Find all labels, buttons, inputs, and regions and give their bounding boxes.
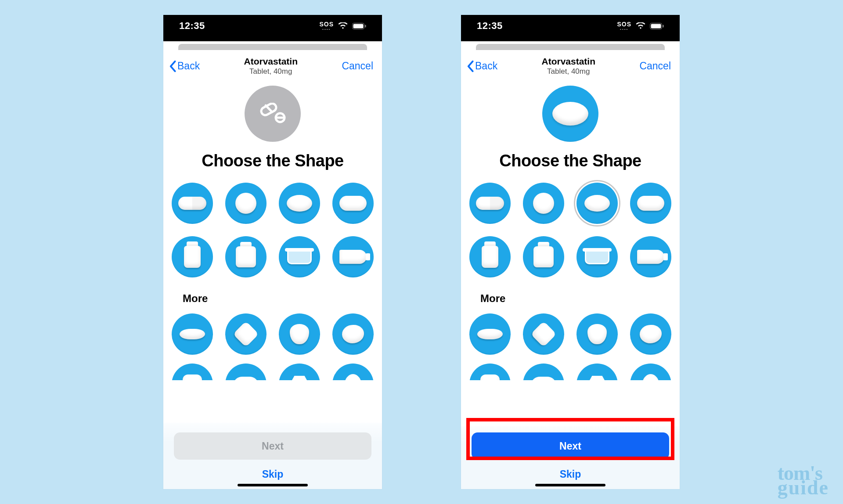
skip-button[interactable]: Skip	[472, 468, 669, 480]
shape-shield[interactable]	[279, 313, 320, 355]
shape-grid-more	[461, 305, 680, 355]
medication-name: Atorvastatin	[542, 56, 596, 67]
phone-right: 12:35 SOS•••• Back Atorvastatin	[461, 15, 680, 489]
sheet-grabber	[461, 41, 680, 54]
shape-grid-more	[163, 305, 382, 355]
medication-subtitle: Tablet, 40mg	[244, 67, 298, 76]
nav-title: Atorvastatin Tablet, 40mg	[542, 56, 596, 76]
shape-lozenge[interactable]	[523, 364, 564, 380]
watermark: tom's guide	[778, 465, 829, 496]
sos-indicator: SOS••••	[319, 21, 334, 31]
oval-pill-icon	[552, 102, 588, 126]
skip-button[interactable]: Skip	[174, 468, 371, 480]
cancel-button[interactable]: Cancel	[342, 60, 373, 72]
more-label: More	[461, 282, 680, 305]
svg-rect-9	[663, 25, 664, 27]
comparison-stage: 12:35 SOS•••• Back Atorvastatin	[163, 15, 680, 489]
hero-placeholder-icon	[245, 86, 301, 142]
shape-bottle-wide[interactable]	[225, 236, 267, 277]
shape-capsule[interactable]	[172, 183, 213, 224]
shape-bottle-wide[interactable]	[523, 236, 564, 277]
sheet-grabber	[163, 41, 382, 54]
home-indicator	[238, 484, 308, 486]
back-label: Back	[177, 60, 200, 72]
shape-pebble[interactable]	[630, 313, 671, 355]
shape-tube[interactable]	[332, 236, 374, 277]
shape-pebble[interactable]	[332, 313, 374, 355]
next-button: Next	[174, 432, 371, 460]
shape-capsule[interactable]	[469, 183, 511, 224]
svg-rect-2	[365, 25, 366, 27]
back-button[interactable]: Back	[169, 60, 200, 72]
status-time: 12:35	[179, 20, 205, 32]
svg-rect-1	[353, 24, 364, 28]
shape-rounded-square[interactable]	[469, 364, 511, 380]
medication-subtitle: Tablet, 40mg	[542, 67, 596, 76]
shape-grid-primary	[163, 170, 382, 282]
shape-oblong[interactable]	[630, 183, 671, 224]
footer: Next Skip	[163, 423, 382, 489]
shape-tube[interactable]	[630, 236, 671, 277]
shape-oblong[interactable]	[332, 183, 374, 224]
home-indicator	[535, 484, 605, 486]
status-right: SOS••••	[617, 21, 664, 31]
cancel-button[interactable]: Cancel	[639, 60, 671, 72]
status-bar: 12:35 SOS••••	[461, 15, 680, 41]
hero-selected-shape	[542, 86, 598, 142]
chevron-left-icon	[466, 60, 474, 72]
shape-diamond[interactable]	[225, 313, 267, 355]
medication-name: Atorvastatin	[244, 56, 298, 67]
battery-icon	[352, 23, 366, 29]
watermark-line2: guide	[778, 479, 829, 496]
back-button[interactable]: Back	[466, 60, 497, 72]
hero	[163, 79, 382, 142]
status-time: 12:35	[477, 20, 503, 32]
page-heading: Choose the Shape	[163, 151, 382, 170]
status-bar: 12:35 SOS••••	[163, 15, 382, 41]
shape-round[interactable]	[225, 183, 267, 224]
phone-left: 12:35 SOS•••• Back Atorvastatin	[163, 15, 382, 489]
shape-cup[interactable]	[576, 236, 618, 277]
shape-oval[interactable]	[576, 183, 618, 224]
shape-grid-more-overflow	[461, 355, 680, 380]
footer: Next Skip	[461, 426, 680, 489]
shape-diamond-flat[interactable]	[172, 313, 213, 355]
hero	[461, 79, 680, 142]
svg-rect-8	[651, 24, 661, 28]
shape-cup[interactable]	[279, 236, 320, 277]
page-heading: Choose the Shape	[461, 151, 680, 170]
shape-shield[interactable]	[576, 313, 618, 355]
shape-oval[interactable]	[279, 183, 320, 224]
shape-grid-more-overflow	[163, 355, 382, 380]
nav-bar: Back Atorvastatin Tablet, 40mg Cancel	[163, 54, 382, 79]
shape-lozenge[interactable]	[225, 364, 267, 380]
nav-bar: Back Atorvastatin Tablet, 40mg Cancel	[461, 54, 680, 79]
shape-bottle-narrow[interactable]	[172, 236, 213, 277]
nav-title: Atorvastatin Tablet, 40mg	[244, 56, 298, 76]
shape-diamond[interactable]	[523, 313, 564, 355]
next-button[interactable]: Next	[472, 432, 669, 460]
wifi-icon	[338, 22, 348, 29]
shape-diamond-flat[interactable]	[469, 313, 511, 355]
shape-grid-primary	[461, 170, 680, 282]
battery-icon	[650, 23, 664, 29]
shape-hexagon[interactable]	[279, 364, 320, 380]
shape-round[interactable]	[523, 183, 564, 224]
shape-bottle-narrow[interactable]	[469, 236, 511, 277]
more-label: More	[163, 282, 382, 305]
shape-rounded-square[interactable]	[172, 364, 213, 380]
shape-hexagon[interactable]	[576, 364, 618, 380]
status-right: SOS••••	[319, 21, 366, 31]
sos-indicator: SOS••••	[617, 21, 631, 31]
shape-drop[interactable]	[630, 364, 671, 380]
chevron-left-icon	[169, 60, 177, 72]
shape-drop[interactable]	[332, 364, 374, 380]
back-label: Back	[475, 60, 497, 72]
wifi-icon	[636, 22, 645, 29]
